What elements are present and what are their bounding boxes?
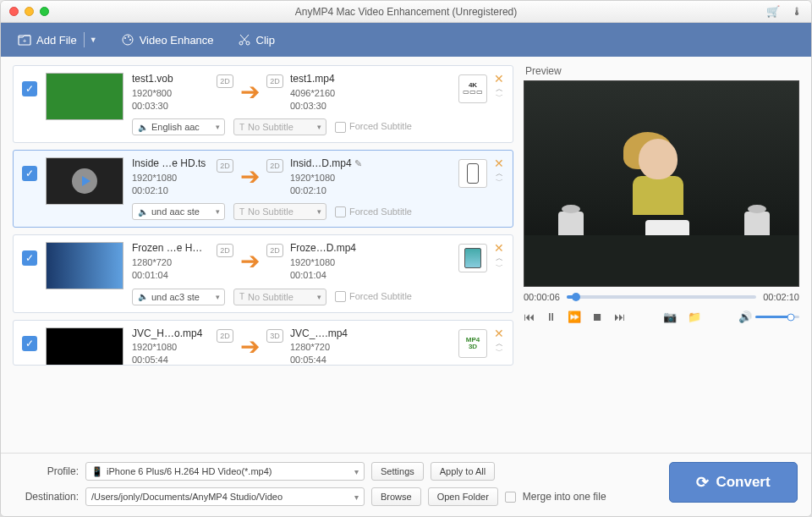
source-filename: JVC_H…o.mp4 (132, 327, 210, 341)
format-icon[interactable] (458, 244, 487, 272)
snapshot-button[interactable]: 📷 (663, 311, 677, 323)
footer: Profile: 📱 iPhone 6 Plus/6 H.264 HD Vide… (1, 453, 811, 516)
clip-button[interactable]: Clip (238, 33, 275, 47)
convert-button[interactable]: ⟳ Convert (669, 462, 798, 503)
forced-subtitle-checkbox[interactable]: Forced Subtitle (335, 291, 412, 303)
source-mode-badge: 2D (217, 159, 233, 173)
move-up-icon[interactable]: ︿ (496, 86, 503, 92)
source-mode-badge: 2D (217, 244, 233, 257)
dest-filename: JVC_….mp4 (290, 327, 368, 341)
subtitle-select[interactable]: TNo Subtitle (233, 203, 326, 220)
dest-mode-badge: 2D (266, 159, 283, 173)
move-down-icon[interactable]: ﹀ (496, 264, 503, 270)
speaker-icon: 🔈 (138, 207, 148, 217)
move-up-icon[interactable]: ︿ (496, 171, 503, 177)
edit-icon[interactable]: ✎ (354, 158, 362, 168)
file-item[interactable]: ✓ JVC_H…o.mp4 1920*1080 00:05:44 2D ➔ 3D… (13, 320, 513, 366)
move-down-icon[interactable]: ﹀ (496, 179, 503, 184)
fast-forward-button[interactable]: ⏩ (568, 311, 581, 323)
svg-point-4 (128, 36, 129, 38)
format-icon[interactable]: 4K▭▭▭ (458, 74, 487, 103)
dest-duration: 00:01:04 (290, 269, 368, 281)
remove-icon[interactable]: ✕ (494, 157, 504, 169)
thumbnail[interactable] (46, 157, 123, 205)
arrow-icon: ➔ (240, 165, 260, 189)
preview-time-total: 00:02:10 (763, 292, 799, 302)
remove-icon[interactable]: ✕ (494, 73, 504, 85)
forced-subtitle-checkbox[interactable]: Forced Subtitle (335, 206, 412, 218)
thumbnail[interactable] (46, 327, 123, 366)
text-icon: T (239, 207, 244, 217)
move-down-icon[interactable]: ﹀ (496, 94, 503, 100)
add-file-button[interactable]: + Add File ▼ (18, 32, 97, 47)
preview-panel: Preview 00:00:06 00:02:10 ⏮ ⏸ ⏩ ⏹ ⏭ (524, 65, 799, 448)
audio-select[interactable]: 🔈und aac ste (132, 203, 225, 220)
remove-icon[interactable]: ✕ (494, 242, 504, 254)
palette-icon (121, 33, 134, 47)
play-overlay-icon (72, 168, 97, 194)
volume-slider[interactable] (755, 316, 799, 318)
preview-title: Preview (524, 65, 799, 77)
dest-resolution: 1280*720 (290, 341, 368, 353)
speaker-icon: 🔈 (138, 292, 148, 301)
source-resolution: 1920*1080 (132, 341, 210, 353)
file-item[interactable]: ✓ Frozen …e HD.ts 1280*720 00:01:04 2D ➔… (13, 234, 513, 312)
profile-label: Profile: (14, 465, 79, 477)
open-folder-button-footer[interactable]: Open Folder (428, 487, 498, 506)
item-checkbox[interactable]: ✓ (22, 250, 37, 266)
move-down-icon[interactable]: ﹀ (496, 349, 503, 355)
move-up-icon[interactable]: ︿ (496, 341, 503, 347)
svg-point-3 (124, 37, 126, 39)
file-item[interactable]: ✓ test1.vob 1920*800 00:03:30 2D ➔ 2D te… (13, 65, 513, 143)
item-checkbox[interactable]: ✓ (22, 81, 37, 96)
format-icon[interactable]: MP43D (458, 329, 487, 358)
thumbnail[interactable] (46, 242, 123, 289)
subtitle-select[interactable]: TNo Subtitle (233, 118, 326, 135)
open-folder-button[interactable]: 📁 (688, 311, 701, 323)
add-file-dropdown-icon[interactable]: ▼ (90, 36, 97, 44)
source-filename: Frozen …e HD.ts (132, 242, 210, 256)
destination-value: /Users/jonly/Documents/AnyMP4 Studio/Vid… (91, 492, 283, 502)
arrow-icon: ➔ (240, 80, 260, 104)
arrow-icon: ➔ (240, 335, 260, 359)
volume-icon[interactable]: 🔊 (738, 311, 752, 323)
scissors-icon (238, 33, 251, 47)
video-enhance-button[interactable]: Video Enhance (121, 33, 214, 47)
svg-point-7 (246, 41, 250, 45)
file-item[interactable]: ✓ Inside …e HD.ts 1920*1080 00:02:10 2D … (13, 150, 513, 228)
next-button[interactable]: ⏭ (614, 311, 625, 323)
dest-mode-badge: 2D (266, 244, 283, 257)
dest-duration: 00:02:10 (290, 184, 368, 196)
source-duration: 00:01:04 (132, 269, 210, 281)
preview-video[interactable] (524, 80, 799, 287)
profile-select[interactable]: 📱 iPhone 6 Plus/6 H.264 HD Video(*.mp4) (85, 462, 365, 481)
destination-input[interactable]: /Users/jonly/Documents/AnyMP4 Studio/Vid… (85, 487, 365, 506)
format-icon[interactable] (458, 159, 487, 188)
browse-button[interactable]: Browse (371, 487, 421, 506)
remove-icon[interactable]: ✕ (494, 327, 504, 339)
preview-time-current: 00:00:06 (524, 292, 560, 302)
dest-resolution: 1920*1080 (290, 172, 368, 184)
forced-subtitle-checkbox[interactable]: Forced Subtitle (335, 121, 412, 133)
clip-label: Clip (256, 34, 275, 47)
dest-duration: 00:03:30 (290, 100, 368, 112)
apply-all-button[interactable]: Apply to All (431, 462, 495, 481)
prev-button[interactable]: ⏮ (524, 311, 535, 323)
preview-seek-slider[interactable] (567, 295, 756, 299)
dest-resolution: 1920*1080 (290, 256, 368, 268)
merge-checkbox[interactable]: Merge into one file (505, 491, 606, 503)
pause-button[interactable]: ⏸ (546, 311, 557, 323)
source-duration: 00:03:30 (132, 100, 210, 112)
dest-duration: 00:05:44 (290, 354, 368, 365)
item-checkbox[interactable]: ✓ (22, 166, 37, 181)
audio-select[interactable]: 🔈und ac3 ste (132, 289, 225, 305)
audio-select[interactable]: 🔈English aac (132, 118, 225, 135)
settings-button[interactable]: Settings (371, 462, 424, 481)
text-icon: T (239, 123, 244, 132)
thumbnail[interactable] (46, 73, 123, 120)
destination-label: Destination: (14, 491, 79, 503)
stop-button[interactable]: ⏹ (592, 311, 603, 323)
move-up-icon[interactable]: ︿ (496, 256, 503, 261)
subtitle-select[interactable]: TNo Subtitle (233, 289, 326, 305)
item-checkbox[interactable]: ✓ (22, 336, 37, 351)
